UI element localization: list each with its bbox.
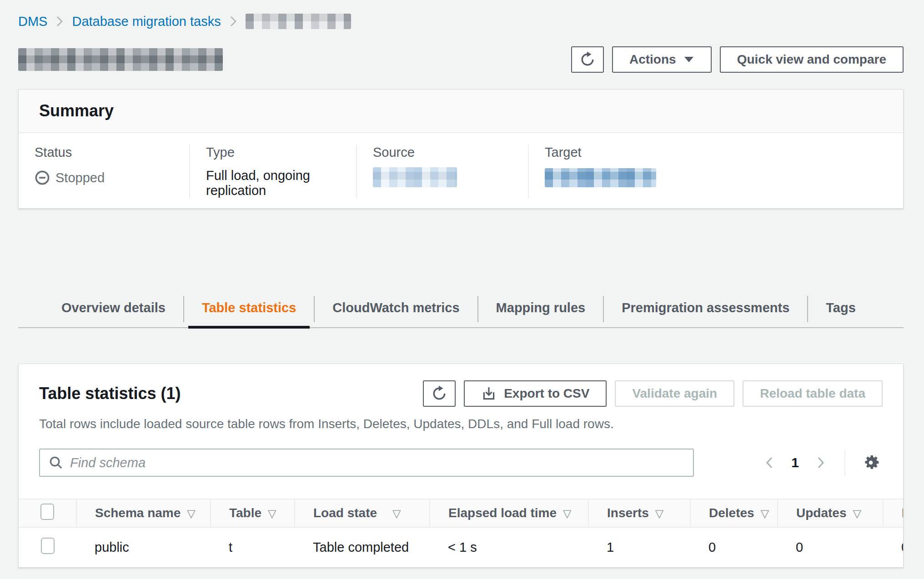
tab-cloudwatch-metrics[interactable]: CloudWatch metrics	[314, 294, 477, 327]
current-page-number: 1	[784, 455, 806, 470]
refresh-icon	[579, 51, 596, 68]
table-header-row: Schema name▽ Table▽ Load state▽ Elapsed …	[19, 499, 903, 527]
chevron-right-icon	[814, 455, 827, 470]
refresh-button[interactable]	[571, 46, 604, 73]
cell-schema-name: public	[76, 527, 211, 567]
column-label: Inserts	[607, 506, 649, 520]
column-header-deletes[interactable]: Deletes▽	[690, 499, 778, 527]
table-row: public t Table completed < 1 s 1 0 0 0	[19, 527, 903, 567]
download-icon	[481, 386, 497, 401]
breadcrumb-task-name-redacted	[246, 14, 351, 29]
pagination-divider	[844, 450, 845, 475]
column-header-table[interactable]: Table▽	[211, 499, 295, 527]
sort-icon: ▽	[853, 507, 861, 520]
column-header-schema-name[interactable]: Schema name▽	[76, 499, 211, 527]
schema-search	[39, 449, 694, 477]
preferences-button[interactable]	[859, 451, 883, 474]
actions-button[interactable]: Actions	[612, 46, 712, 73]
sort-icon: ▽	[563, 507, 571, 520]
status-value: Stopped	[35, 168, 180, 187]
summary-field-status: Status Stopped	[19, 145, 189, 198]
status-label: Status	[35, 145, 180, 160]
summary-panel: Summary Status Stopped Type Full load,	[18, 89, 904, 209]
source-label: Source	[373, 145, 519, 160]
select-all-checkbox[interactable]	[40, 504, 54, 520]
cell-updates: 0	[778, 527, 883, 567]
reload-table-data-label: Reload table data	[760, 386, 865, 401]
validate-again-button[interactable]: Validate again	[615, 380, 734, 407]
statistics-table: Schema name▽ Table▽ Load state▽ Elapsed …	[19, 499, 903, 567]
breadcrumb: DMS Database migration tasks	[18, 14, 904, 29]
summary-title: Summary	[39, 101, 883, 120]
reload-table-data-button[interactable]: Reload table data	[743, 380, 883, 407]
chevron-left-icon	[763, 455, 776, 470]
sort-icon: ▽	[187, 507, 195, 520]
cell-deletes: 0	[690, 527, 778, 567]
tab-tags[interactable]: Tags	[808, 294, 874, 327]
caret-down-icon	[683, 56, 694, 63]
tab-overview-details[interactable]: Overview details	[43, 294, 184, 327]
summary-field-target: Target	[528, 145, 903, 198]
table-statistics-buttons: Export to CSV Validate again Reload tabl…	[423, 380, 883, 407]
dms-task-page: DMS Database migration tasks Actions	[0, 0, 924, 568]
actions-button-label: Actions	[629, 52, 676, 67]
pagination: 1	[759, 450, 883, 475]
select-all-cell	[19, 499, 76, 527]
sort-icon: ▽	[761, 507, 769, 520]
table-toolbar: 1	[39, 449, 883, 477]
column-label: Elapsed load time	[448, 506, 557, 520]
breadcrumb-link-dms[interactable]: DMS	[18, 14, 47, 29]
target-value-redacted[interactable]	[545, 168, 656, 187]
export-csv-button[interactable]: Export to CSV	[464, 380, 607, 407]
quick-view-compare-label: Quick view and compare	[737, 52, 886, 67]
chevron-right-icon	[55, 15, 65, 28]
column-header-elapsed-load-time[interactable]: Elapsed load time▽	[430, 499, 588, 527]
sort-icon: ▽	[268, 507, 276, 520]
column-label: Updates	[796, 506, 846, 520]
sort-icon: ▽	[392, 507, 401, 520]
type-label: Type	[206, 145, 347, 160]
column-header-updates[interactable]: Updates▽	[778, 499, 883, 527]
page-header: Actions Quick view and compare	[18, 46, 904, 73]
summary-body: Status Stopped Type Full load, ongoing r…	[19, 133, 903, 208]
gear-icon	[861, 453, 881, 473]
quick-view-compare-button[interactable]: Quick view and compare	[720, 46, 904, 73]
task-tabs: Overview details Table statistics CloudW…	[18, 294, 904, 328]
cell-elapsed-load-time: < 1 s	[430, 527, 588, 567]
source-value-redacted[interactable]	[373, 167, 457, 187]
summary-field-source: Source	[356, 145, 528, 198]
tab-premigration-assessments[interactable]: Premigration assessments	[603, 294, 808, 327]
column-label: Schema name	[95, 506, 181, 520]
column-label: Deletes	[709, 506, 754, 520]
breadcrumb-link-migration-tasks[interactable]: Database migration tasks	[72, 14, 221, 29]
export-csv-label: Export to CSV	[504, 386, 589, 401]
table-statistics-panel: Table statistics (1)	[18, 364, 904, 568]
table-refresh-button[interactable]	[423, 380, 456, 407]
sort-icon: ▽	[655, 507, 663, 520]
next-page-button[interactable]	[811, 451, 831, 474]
cell-load-state: Table completed	[295, 527, 430, 567]
row-checkbox[interactable]	[41, 538, 55, 554]
table-statistics-description: Total rows include loaded source table r…	[39, 417, 883, 431]
column-header-inserts[interactable]: Inserts▽	[588, 499, 690, 527]
column-label: Table	[229, 506, 261, 520]
type-value: Full load, ongoing replication	[206, 168, 347, 198]
column-header-load-state[interactable]: Load state▽	[295, 499, 430, 527]
tab-mapping-rules[interactable]: Mapping rules	[478, 294, 604, 327]
page-title-redacted	[18, 48, 223, 71]
column-header-ddls-clipped[interactable]: D	[883, 499, 903, 527]
schema-search-input[interactable]	[70, 449, 685, 476]
previous-page-button[interactable]	[759, 451, 779, 474]
column-label: Load state	[313, 506, 377, 520]
target-label: Target	[545, 145, 894, 160]
statistics-table-container: Schema name▽ Table▽ Load state▽ Elapsed …	[19, 499, 903, 567]
table-statistics-header: Table statistics (1)	[39, 380, 883, 407]
tab-table-statistics[interactable]: Table statistics	[184, 294, 314, 327]
cell-inserts: 1	[588, 527, 690, 567]
summary-field-type: Type Full load, ongoing replication	[189, 145, 356, 198]
minus-circle-icon	[35, 170, 50, 185]
row-select-cell	[19, 527, 76, 567]
cell-table: t	[211, 527, 295, 567]
table-statistics-title: Table statistics (1)	[39, 380, 181, 403]
refresh-icon	[431, 385, 447, 402]
